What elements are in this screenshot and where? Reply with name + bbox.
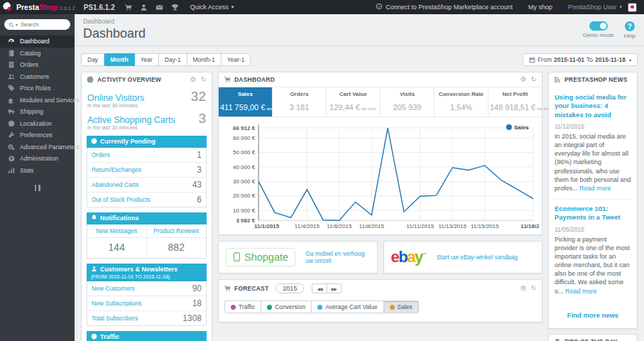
sidebar-item-modules-and-services[interactable]: Modules and Services xyxy=(0,94,75,107)
tips-panel: TIPS OF THE DAY ingenico Payment service… xyxy=(548,334,638,341)
forecast-prev-button[interactable]: ◀◀ xyxy=(312,283,326,293)
activity-row-link-orders[interactable]: Orders xyxy=(92,151,110,158)
activity-row-link-abandoned-carts[interactable]: Abandoned Carts xyxy=(92,181,138,188)
svg-text:66 912 €: 66 912 € xyxy=(233,125,256,131)
activity-row: Return/Exchanges3 xyxy=(87,163,206,178)
notification-link-product-reviews[interactable]: Product Reviews xyxy=(147,224,207,238)
caret-down-icon: ▾ xyxy=(619,4,622,10)
sidebar-item-label: Catalog xyxy=(20,50,40,57)
svg-text:11/18/201: 11/18/201 xyxy=(520,223,539,229)
section-header-customers-newsletters: Customers & Newsletters(FROM 2015-11-01 … xyxy=(87,264,207,281)
forecast-year-selector[interactable]: 2015 xyxy=(275,283,304,293)
activity-row: Abandoned Carts43 xyxy=(87,178,206,193)
range-button-day[interactable]: Day xyxy=(81,53,104,66)
sidebar-item-advanced-parameters[interactable]: Advanced Parameters xyxy=(0,141,75,153)
gear-icon[interactable]: ⚙ xyxy=(190,76,197,83)
sidebar-item-price-rules[interactable]: Price Rules xyxy=(0,82,75,94)
read-more-link[interactable]: Read more xyxy=(579,185,611,192)
ebay-link[interactable]: Start uw eBay-winkel vandaag xyxy=(437,254,518,261)
legend-toggle-average-cart-value[interactable]: Average Cart Value xyxy=(312,301,383,313)
help-icon[interactable]: ? xyxy=(625,21,635,31)
legend-toggle-traffic[interactable]: Traffic xyxy=(224,301,261,313)
kpi-conversion-rate[interactable]: Conversion Rate1.54% xyxy=(435,87,489,117)
refresh-icon[interactable]: ↻ xyxy=(531,285,537,292)
kpi-value: 148 918,51 €tax excl. xyxy=(490,103,540,112)
rss-icon xyxy=(554,76,562,83)
svg-text:10 000 €: 10 000 € xyxy=(233,207,256,214)
cart-icon[interactable] xyxy=(121,4,136,11)
search-input[interactable] xyxy=(19,21,66,28)
svg-text:3 082 €: 3 082 € xyxy=(236,217,255,224)
my-shop-link[interactable]: My shop xyxy=(528,4,552,11)
envelope-icon[interactable] xyxy=(152,4,168,11)
date-range-picker[interactable]: From 2015-11-01 To 2015-11-18 ▾ xyxy=(523,53,638,66)
shopgate-link[interactable]: Ga mobiel en verhoog uw omzet xyxy=(305,250,369,264)
refresh-icon[interactable]: ↻ xyxy=(201,76,207,83)
help-control: ? Help xyxy=(624,21,635,39)
quick-access-menu[interactable]: Quick Access▾ xyxy=(190,4,234,11)
sidebar-item-customers[interactable]: Customers xyxy=(0,71,75,83)
news-article-title[interactable]: Using social media for your business: 4 … xyxy=(555,93,631,119)
trophy-icon[interactable] xyxy=(168,4,183,11)
range-button-year-1[interactable]: Year-1 xyxy=(222,53,251,66)
sidebar-item-preferences[interactable]: Preferences xyxy=(0,129,75,141)
user-menu[interactable]: PrestaShop User▾ xyxy=(568,3,637,12)
clock-icon xyxy=(91,138,97,146)
stat-link-active-shopping-carts[interactable]: Active Shopping Carts xyxy=(87,115,175,125)
activity-row-link-new-subscriptions[interactable]: New Subscriptions xyxy=(92,300,141,307)
activity-row-link-out-of-stock-products[interactable]: Out of Stock Products xyxy=(92,196,151,203)
news-article-title[interactable]: Ecommerce 101: Payments in a Tweet xyxy=(555,205,631,222)
legend-toggle-conversion[interactable]: Conversion xyxy=(261,301,312,313)
notification-link-new-messages[interactable]: New Messages xyxy=(87,224,147,238)
sidebar-item-dashboard[interactable]: Dashboard xyxy=(0,36,75,48)
marketplace-link[interactable]: Connect to PrestaShop Marketplace accoun… xyxy=(376,3,513,11)
kpi-sales[interactable]: Sales411 759,00 €tax excl. xyxy=(219,87,273,117)
range-button-year[interactable]: Year xyxy=(135,53,159,66)
kpi-orders[interactable]: Orders3 181 xyxy=(273,87,327,117)
kpi-value: 1.54% xyxy=(436,103,486,112)
legend-toggle-sales[interactable]: Sales xyxy=(384,301,419,313)
sales-chart: 66 912 €60 000 €50 000 €40 000 €30 000 €… xyxy=(219,117,542,234)
sidebar-item-stats[interactable]: Stats xyxy=(0,165,75,177)
forecast-next-button[interactable]: ▶▶ xyxy=(327,283,342,293)
activity-row: New Subscriptions18 xyxy=(87,296,206,311)
customers-icon[interactable] xyxy=(136,4,152,11)
section-header-notifications: Notifications xyxy=(87,212,207,224)
activity-row-value: 90 xyxy=(192,283,202,293)
prestashop-logo-icon[interactable] xyxy=(3,2,13,12)
refresh-icon[interactable]: ↻ xyxy=(531,76,537,83)
sidebar-item-localization[interactable]: Localization xyxy=(0,118,75,130)
ebay-module: ebay™ Start uw eBay-winkel vandaag xyxy=(383,241,543,274)
activity-row-link-return-exchanges[interactable]: Return/Exchanges xyxy=(92,166,141,173)
activity-row-link-total-subscribers[interactable]: Total Subscribers xyxy=(92,315,138,322)
bell-icon xyxy=(91,215,97,222)
sidebar-item-shipping[interactable]: Shipping xyxy=(0,106,75,118)
sidebar-item-administration[interactable]: Administration xyxy=(0,153,75,165)
find-more-news-link[interactable]: Find more news xyxy=(567,311,618,319)
activity-row-link-new-customers[interactable]: New Customers xyxy=(92,285,134,292)
sidebar-item-label: Localization xyxy=(20,120,52,127)
sidebar-item-orders[interactable]: Orders xyxy=(0,59,75,71)
cart-icon xyxy=(224,76,231,83)
demo-mode-toggle[interactable] xyxy=(589,21,608,31)
svg-text:20 000 €: 20 000 € xyxy=(233,193,256,199)
sidebar-item-catalog[interactable]: Catalog xyxy=(0,48,75,60)
news-panel: PRESTASHOP NEWS Using social media for y… xyxy=(548,72,638,329)
administration-icon xyxy=(7,155,15,162)
range-button-month[interactable]: Month xyxy=(104,53,135,66)
gear-icon[interactable]: ⚙ xyxy=(520,76,527,83)
catalog-icon xyxy=(7,50,15,57)
read-more-link[interactable]: Read more xyxy=(565,288,597,295)
gear-icon[interactable]: ⚙ xyxy=(520,285,527,292)
kpi-visits[interactable]: Visits205 939 xyxy=(381,87,435,117)
stat-link-online-visitors[interactable]: Online Visitors xyxy=(87,93,144,103)
kpi-net-profit[interactable]: Net Profit148 918,51 €tax excl. xyxy=(489,87,542,117)
range-button-day-1[interactable]: Day-1 xyxy=(159,53,187,66)
help-label: Help xyxy=(624,33,635,39)
svg-text:Sales: Sales xyxy=(514,124,529,131)
kpi-cart-value[interactable]: Cart Value129,44 €tax excl. xyxy=(327,87,381,117)
brand-wordmark[interactable]: PrestaShop1.6.1.2 xyxy=(16,3,75,11)
range-button-month-1[interactable]: Month-1 xyxy=(187,53,222,66)
sidebar-collapse-button[interactable] xyxy=(35,185,40,191)
sidebar-search[interactable]: ▾ xyxy=(4,19,70,30)
